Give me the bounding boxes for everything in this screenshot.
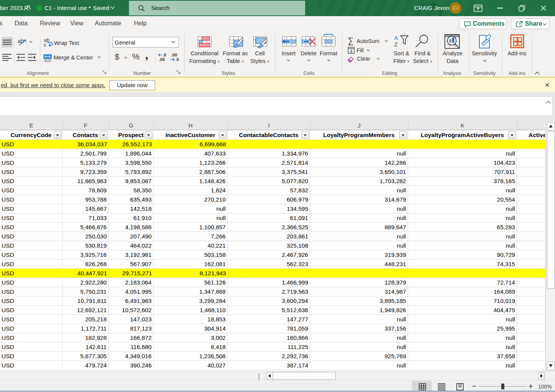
svg-text:Z: Z (394, 41, 398, 48)
svg-text:A: A (394, 35, 398, 41)
